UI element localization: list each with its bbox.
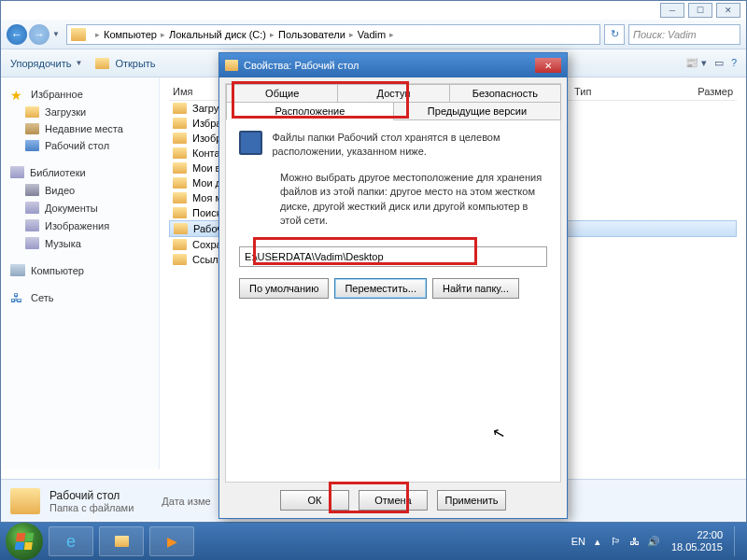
properties-dialog: Свойства: Рабочий стол ✕ Общие Доступ Бе… xyxy=(218,52,568,519)
folder-icon xyxy=(10,488,40,514)
dialog-titlebar[interactable]: Свойства: Рабочий стол ✕ xyxy=(219,53,567,77)
date-modified-label: Дата изме xyxy=(162,496,210,507)
location-desc2: Можно выбрать другое местоположение для … xyxy=(280,171,547,229)
lang-indicator[interactable]: EN xyxy=(571,536,585,547)
col-type[interactable]: Тип xyxy=(574,86,698,97)
sidebar-documents[interactable]: Документы xyxy=(1,199,159,217)
nav-bar: ← → ▼ ▸ Компьютер▸ Локальный диск (C:)▸ … xyxy=(1,20,746,49)
sidebar-pictures[interactable]: Изображения xyxy=(1,217,159,234)
breadcrumb[interactable]: Компьютер xyxy=(104,29,157,40)
history-dropdown[interactable]: ▼ xyxy=(51,24,61,45)
action-center-icon[interactable]: 🏳 xyxy=(610,535,623,548)
breadcrumb[interactable]: Локальный диск (C:) xyxy=(169,29,266,40)
show-desktop-button[interactable] xyxy=(734,526,741,556)
help-icon[interactable]: ? xyxy=(731,57,737,69)
breadcrumb[interactable]: Vadim xyxy=(358,29,386,40)
close-button[interactable]: ✕ xyxy=(716,3,740,18)
task-ie[interactable]: e xyxy=(49,526,93,556)
selected-type: Папка с файлами xyxy=(49,502,134,513)
sidebar-network[interactable]: 🖧Сеть xyxy=(1,288,159,307)
nav-pane: ★Избранное Загрузки Недавние места Рабоч… xyxy=(1,77,160,469)
start-button[interactable] xyxy=(6,523,43,560)
apply-button[interactable]: Применить xyxy=(437,490,506,511)
search-input[interactable]: Поиск: Vadim xyxy=(628,24,740,45)
sidebar-video[interactable]: Видео xyxy=(1,181,159,199)
system-tray: EN ▴ 🏳 🖧 🔊 22:0018.05.2015 xyxy=(571,526,741,556)
preview-pane-icon[interactable]: ▭ xyxy=(714,57,724,69)
restore-default-button[interactable]: По умолчанию xyxy=(239,278,329,299)
sidebar-desktop[interactable]: Рабочий стол xyxy=(1,137,159,154)
tab-previous-versions[interactable]: Предыдущие версии xyxy=(393,102,561,120)
ok-button[interactable]: ОК xyxy=(280,490,349,511)
window-controls: ─ ☐ ✕ xyxy=(660,3,740,18)
forward-button[interactable]: → xyxy=(29,24,49,45)
maximize-button[interactable]: ☐ xyxy=(688,3,712,18)
sidebar-recent[interactable]: Недавние места xyxy=(1,120,159,137)
cancel-button[interactable]: Отмена xyxy=(359,490,428,511)
breadcrumb[interactable]: Пользователи xyxy=(278,29,345,40)
path-input[interactable] xyxy=(239,246,547,267)
open-button[interactable]: Открыть xyxy=(95,58,155,69)
move-button[interactable]: Переместить... xyxy=(334,278,427,299)
sidebar-music[interactable]: Музыка xyxy=(1,234,159,252)
network-icon[interactable]: 🖧 xyxy=(628,535,641,548)
task-media[interactable]: ▶ xyxy=(149,526,194,556)
view-options-icon[interactable]: 📰 ▾ xyxy=(685,57,707,69)
find-target-button[interactable]: Найти папку... xyxy=(432,278,519,299)
folder-icon xyxy=(71,28,86,41)
taskbar: e ▶ EN ▴ 🏳 🖧 🔊 22:0018.05.2015 xyxy=(0,523,747,560)
favorites-group[interactable]: ★Избранное xyxy=(1,85,159,104)
back-button[interactable]: ← xyxy=(7,24,27,45)
show-hidden-icon[interactable]: ▴ xyxy=(591,535,604,548)
location-desc1: Файлы папки Рабочий стол хранятся в целе… xyxy=(272,131,547,160)
tab-sharing[interactable]: Доступ xyxy=(337,84,449,103)
libraries-group[interactable]: Библиотеки xyxy=(1,163,159,181)
monitor-icon xyxy=(239,131,262,155)
col-size[interactable]: Размер xyxy=(698,86,733,97)
organize-menu[interactable]: Упорядочить▼ xyxy=(10,58,82,69)
selected-name: Рабочий стол xyxy=(49,489,134,502)
volume-icon[interactable]: 🔊 xyxy=(647,535,660,548)
minimize-button[interactable]: ─ xyxy=(660,3,684,18)
dialog-title: Свойства: Рабочий стол xyxy=(244,60,359,71)
sidebar-downloads[interactable]: Загрузки xyxy=(1,104,159,120)
dialog-close-button[interactable]: ✕ xyxy=(535,58,561,73)
folder-icon xyxy=(225,60,238,71)
tab-general[interactable]: Общие xyxy=(226,84,338,103)
tab-security[interactable]: Безопасность xyxy=(449,84,561,103)
tab-location[interactable]: Расположение xyxy=(226,102,394,120)
clock[interactable]: 22:0018.05.2015 xyxy=(671,529,723,553)
address-bar[interactable]: ▸ Компьютер▸ Локальный диск (C:)▸ Пользо… xyxy=(66,24,600,45)
refresh-button[interactable]: ↻ xyxy=(604,24,625,45)
sidebar-computer[interactable]: Компьютер xyxy=(1,261,159,279)
task-explorer[interactable] xyxy=(99,526,144,556)
